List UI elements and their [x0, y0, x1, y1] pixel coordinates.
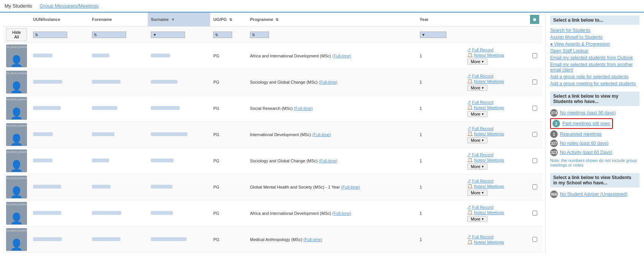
uun-cell[interactable]: [30, 227, 89, 253]
programme-link[interactable]: (Full-time): [341, 185, 360, 189]
more-button[interactable]: More ▼: [467, 111, 487, 117]
full-record-link[interactable]: ↗ Full Record: [467, 100, 524, 105]
row-checkbox[interactable]: [532, 158, 537, 163]
notes-meetings-link[interactable]: 📋 Notes/ Meetings: [467, 52, 524, 57]
row-checkbox-cell[interactable]: [527, 69, 542, 95]
stat-item[interactable]: 374No meetings (past 90 days): [550, 108, 639, 117]
uun-sort-control[interactable]: ⇅: [33, 32, 67, 38]
school-stat-label[interactable]: No Student Adviser (Unassigned): [560, 191, 627, 198]
more-button[interactable]: More ▼: [467, 216, 487, 222]
stat-item[interactable]: 323No Activity (past 60 Days): [550, 148, 639, 157]
full-record-link[interactable]: ↗ Full Record: [467, 152, 524, 157]
programme-link[interactable]: (Full-time): [312, 132, 331, 137]
notes-meetings-link[interactable]: 📋 Notes/ Meetings: [467, 131, 524, 136]
uun-value[interactable]: [33, 80, 62, 84]
programme-link[interactable]: (Full-time): [319, 80, 338, 84]
row-checkbox-cell[interactable]: [527, 122, 542, 148]
uun-cell[interactable]: [30, 174, 89, 200]
forename-col-header[interactable]: Forename: [89, 13, 148, 27]
uun-value[interactable]: [33, 211, 61, 215]
notes-meetings-link[interactable]: 📋 Notes/ Meetings: [467, 105, 524, 110]
notes-meetings-link[interactable]: 📋 Notes/ Meetings: [467, 240, 524, 244]
uun-cell[interactable]: [30, 69, 89, 95]
programme-col-header[interactable]: Programme ⇅: [247, 13, 417, 27]
more-button[interactable]: More ▼: [467, 59, 487, 65]
sidebar-link-item[interactable]: Email my selected students from another …: [550, 61, 639, 73]
select-all-button[interactable]: ■: [530, 15, 539, 24]
full-record-link[interactable]: ↗ Full Record: [467, 234, 524, 239]
stat-label[interactable]: Past meetings still open: [562, 120, 611, 127]
surname-col-header[interactable]: Surname ▼: [148, 13, 210, 27]
full-record-link[interactable]: ↗ Full Record: [467, 205, 524, 209]
sidebar-link[interactable]: Email my selected students from another …: [550, 61, 639, 73]
uun-value[interactable]: [33, 106, 61, 110]
row-checkbox[interactable]: [532, 237, 537, 242]
forename-sort-control[interactable]: ⇅: [92, 32, 126, 38]
uun-value[interactable]: [33, 159, 52, 162]
notes-meetings-link[interactable]: 📋 Notes/ Meetings: [467, 157, 524, 162]
full-record-link[interactable]: ↗ Full Record: [467, 73, 524, 78]
stat-item[interactable]: 2Past meetings still open: [550, 117, 639, 130]
programme-link[interactable]: (Full-time): [319, 159, 338, 163]
row-checkbox[interactable]: [532, 132, 537, 137]
sidebar-link[interactable]: Add a group note for selected students: [550, 73, 639, 80]
stat-label[interactable]: No Activity (past 60 Days): [560, 149, 612, 156]
programme-link[interactable]: (Full-time): [332, 211, 351, 216]
sidebar-link[interactable]: Add a group meeting for selected student…: [550, 80, 639, 87]
more-button[interactable]: More ▼: [467, 137, 487, 143]
stat-label[interactable]: No meetings (past 90 days): [560, 109, 616, 116]
programme-link[interactable]: (Full-time): [304, 237, 323, 242]
row-checkbox-cell[interactable]: [527, 200, 542, 227]
uun-value[interactable]: [33, 237, 62, 241]
surname-sort-control[interactable]: ▼: [151, 32, 185, 38]
sidebar-link-item[interactable]: Add a group note for selected students: [550, 73, 639, 80]
stat-label[interactable]: Requested meetings: [560, 131, 602, 138]
ugpg-col-header[interactable]: UG/PG ⇅: [210, 13, 247, 27]
ugpg-sort-control[interactable]: ⇅: [213, 32, 232, 38]
sidebar-link-item[interactable]: Open Staff Lookup: [550, 48, 639, 54]
row-checkbox[interactable]: [532, 79, 537, 84]
select-all-cell[interactable]: ■: [527, 13, 542, 27]
stat-item[interactable]: 327No notes (past 60 days): [550, 139, 639, 148]
uun-cell[interactable]: [30, 95, 89, 122]
sidebar-link[interactable]: Search for Students: [550, 27, 639, 34]
notes-meetings-link[interactable]: 📋 Notes/ Meetings: [467, 184, 524, 189]
uun-cell[interactable]: [30, 200, 89, 227]
sidebar-link-item[interactable]: Email my selected students from Outlook: [550, 54, 639, 61]
sidebar-link[interactable]: Email my selected students from Outlook: [550, 54, 639, 61]
uun-col-header[interactable]: UUN/Instance: [30, 13, 89, 27]
more-button[interactable]: More ▼: [467, 190, 487, 196]
stat-item[interactable]: 1Requested meetings: [550, 130, 639, 139]
highlighted-stat[interactable]: 2Past meetings still open: [550, 118, 613, 129]
sidebar-link-item[interactable]: Assign Myself to Students: [550, 34, 639, 41]
sidebar-link-item[interactable]: Search for Students: [550, 27, 639, 34]
year-filter-control[interactable]: ▼: [420, 32, 446, 38]
notes-meetings-link[interactable]: 📋 Notes/ Meetings: [467, 79, 524, 84]
uun-value[interactable]: [33, 185, 61, 189]
full-record-link[interactable]: ↗ Full Record: [467, 178, 524, 183]
sidebar-link[interactable]: Open Staff Lookup: [550, 48, 639, 54]
uun-cell[interactable]: [30, 43, 89, 69]
row-checkbox-cell[interactable]: [527, 227, 542, 253]
my-students-nav[interactable]: My Students: [5, 3, 32, 9]
row-checkbox-cell[interactable]: [527, 174, 542, 200]
full-record-link[interactable]: ↗ Full Record: [467, 47, 524, 52]
sidebar-link-item[interactable]: Add a group meeting for selected student…: [550, 80, 639, 87]
row-checkbox[interactable]: [532, 106, 537, 111]
group-messages-nav[interactable]: Group Messages/Meetings: [40, 3, 98, 9]
stat-label[interactable]: No notes (past 60 days): [560, 140, 608, 147]
row-checkbox-cell[interactable]: [527, 95, 542, 122]
row-checkbox[interactable]: [532, 184, 537, 189]
sidebar-link[interactable]: ● View Awards & Progression: [550, 41, 639, 48]
sidebar-link[interactable]: Assign Myself to Students: [550, 34, 639, 41]
hide-all-button[interactable]: Hide All: [6, 28, 27, 41]
uun-value[interactable]: [33, 54, 52, 57]
school-stat-item[interactable]: 966 No Student Adviser (Unassigned): [550, 190, 639, 199]
notes-meetings-link[interactable]: 📋 Notes/ Meetings: [467, 210, 524, 215]
programme-sort-control[interactable]: ⇅: [250, 32, 269, 38]
uun-cell[interactable]: [30, 122, 89, 148]
more-button[interactable]: More ▼: [467, 163, 487, 170]
row-checkbox[interactable]: [532, 53, 537, 58]
programme-link[interactable]: (Full-time): [294, 106, 313, 111]
more-button[interactable]: More ▼: [467, 85, 487, 91]
